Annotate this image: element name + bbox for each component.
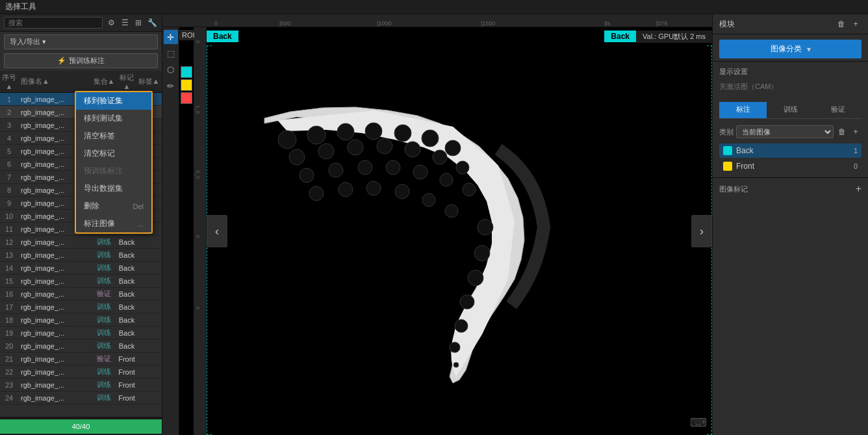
cell-seq: 21	[0, 355, 18, 363]
add-annotation-button[interactable]: +	[856, 183, 862, 195]
cell-seq: 14	[0, 264, 18, 272]
add-module-icon[interactable]: +	[850, 18, 862, 30]
ruler-top: 0 |500 |1000 |1500 |ts |076	[162, 14, 712, 27]
module-chevron-icon: ▾	[807, 45, 811, 54]
label-item-Front[interactable]: Front 0	[719, 159, 862, 173]
label-filter-select[interactable]: 当前图像	[736, 125, 834, 138]
list-icon[interactable]: ☰	[119, 17, 131, 29]
context-menu-shortcut: Del	[133, 203, 144, 210]
filter-icon[interactable]: ⚙	[105, 17, 117, 29]
table-row[interactable]: 15 rgb_image_... 训练 Back	[0, 275, 162, 288]
cell-set: 训练	[90, 328, 118, 338]
svg-point-19	[413, 165, 428, 179]
center-panel: 0 |500 |1000 |1500 |ts |076 ✛ ⬚ ⬡ ✏ ROI	[162, 14, 712, 435]
cell-seq: 1	[0, 95, 18, 103]
context-menu-item[interactable]: 清空标签	[76, 127, 151, 145]
table-row[interactable]: 17 rgb_image_... 训练 Back	[0, 301, 162, 314]
display-settings-title: 显示设置	[719, 67, 862, 77]
settings-icon[interactable]: 🔧	[146, 17, 158, 29]
col-header-mark: 标记▲	[118, 73, 136, 90]
table-row[interactable]: 23 rgb_image_... 训练 Front	[0, 379, 162, 392]
poly-tool[interactable]: ⬡	[164, 62, 178, 77]
table-row[interactable]: 16 rgb_image_... 验证 Back	[0, 288, 162, 301]
toolbar-icons: ⚙ ☰ ⊞ 🔧	[105, 17, 158, 29]
svg-point-30	[366, 181, 381, 195]
table-row[interactable]: 21 rgb_image_... 验证 Front	[0, 353, 162, 366]
context-menu-item-label: 预训练标注	[84, 166, 123, 177]
ruler-mark-ts: |ts	[604, 20, 610, 27]
table-row[interactable]: 13 rgb_image_... 训练 Back	[0, 249, 162, 262]
color-cyan[interactable]	[181, 66, 192, 78]
svg-point-26	[455, 319, 468, 332]
table-row[interactable]: 20 rgb_image_... 训练 Back	[0, 340, 162, 353]
context-menu-item[interactable]: 移到验证集	[76, 92, 151, 110]
cell-mark: Back	[118, 290, 136, 298]
cell-image: rgb_image_...	[18, 251, 90, 259]
cell-set: 训练	[90, 341, 118, 351]
module-button[interactable]: 图像分类 ▾	[719, 40, 862, 58]
context-menu-item[interactable]: 移到测试集	[76, 110, 151, 127]
label-item-Back[interactable]: Back 1	[719, 143, 862, 158]
tool-strip: ✛ ⬚ ⬡ ✏ ROI	[162, 27, 179, 435]
svg-point-21	[463, 183, 476, 196]
context-menu-item-label: 清空标签	[84, 130, 115, 142]
context-menu-item[interactable]: 删除Del	[76, 197, 151, 215]
delete-label-icon[interactable]: 🗑	[836, 126, 848, 138]
context-menu-item-label: 导出数据集	[84, 183, 123, 194]
cell-image: rgb_image_...	[18, 394, 90, 402]
table-row[interactable]: 18 rgb_image_... 训练 Back	[0, 314, 162, 327]
cell-set: 训练	[90, 250, 118, 260]
batch-label-button[interactable]: ⚡ 预训练标注	[4, 53, 158, 68]
label-tabs: 标注训练验证	[719, 102, 862, 119]
cell-image: rgb_image_...	[18, 264, 90, 272]
image-annotations-title: 图像标记	[719, 184, 748, 194]
table-row[interactable]: 22 rgb_image_... 训练 Front	[0, 366, 162, 379]
tab-训练[interactable]: 训练	[767, 102, 814, 118]
context-menu-item[interactable]: 导出数据集	[76, 180, 151, 197]
tab-标注[interactable]: 标注	[719, 102, 767, 118]
table-row[interactable]: 14 rgb_image_... 训练 Back	[0, 262, 162, 275]
context-menu-item-label: 删除	[84, 201, 99, 212]
svg-point-34	[453, 362, 459, 367]
img-label-back-right: Back	[604, 31, 636, 42]
rect-tool[interactable]: ⬚	[164, 46, 178, 60]
cell-mark: Back	[118, 251, 136, 259]
search-input[interactable]	[4, 17, 103, 29]
cell-seq: 20	[0, 342, 18, 350]
table-row[interactable]: 12 rgb_image_... 训练 Back	[0, 236, 162, 249]
svg-point-20	[440, 173, 453, 186]
right-panel: 模块 🗑 + 图像分类 ▾ 显示设置 关激活图（CAM） 标注训练验证 类别 当…	[712, 14, 868, 435]
nav-prev-button[interactable]: ‹	[207, 215, 227, 247]
table-row[interactable]: 19 rgb_image_... 训练 Back	[0, 327, 162, 340]
bottom-count-button[interactable]: 40/40	[0, 419, 162, 434]
svg-point-23	[474, 245, 490, 261]
color-red[interactable]	[181, 92, 192, 104]
context-menu-item[interactable]: 清空标记	[76, 145, 151, 162]
roi-label: ROI	[179, 30, 198, 40]
import-export-button[interactable]: 导入/导出 ▾	[4, 34, 158, 49]
color-yellow[interactable]	[181, 79, 192, 91]
ruler-left-300: 0	[195, 235, 201, 238]
cell-mark: Back	[118, 303, 136, 311]
ruler-left-label: 0	[195, 40, 201, 43]
svg-point-17	[358, 160, 372, 175]
cell-seq: 7	[0, 173, 18, 181]
grid-icon[interactable]: ⊞	[133, 17, 144, 29]
nav-next-button[interactable]: ›	[691, 215, 712, 247]
delete-module-icon[interactable]: 🗑	[836, 18, 847, 30]
draw-tool[interactable]: ✏	[164, 79, 178, 93]
label-count: 1	[854, 147, 858, 155]
cell-seq: 8	[0, 186, 18, 194]
col-header-tag: 标签▲	[136, 77, 162, 86]
select-tool[interactable]: ✛	[164, 30, 178, 44]
table-row[interactable]: 24 rgb_image_... 训练 Front	[0, 392, 162, 404]
label-filter-bar: 类别 当前图像 🗑 +	[713, 123, 868, 141]
context-menu-item[interactable]: 标注图像...	[76, 215, 151, 232]
tab-验证[interactable]: 验证	[814, 102, 862, 118]
cell-image: rgb_image_...	[18, 316, 90, 324]
cell-set: 训练	[90, 276, 118, 286]
cell-image: rgb_image_...	[18, 342, 90, 350]
svg-point-27	[450, 342, 460, 353]
img-val-gpu: Val.: GPU默认 2 ms	[636, 31, 712, 43]
add-label-icon[interactable]: +	[850, 126, 862, 138]
